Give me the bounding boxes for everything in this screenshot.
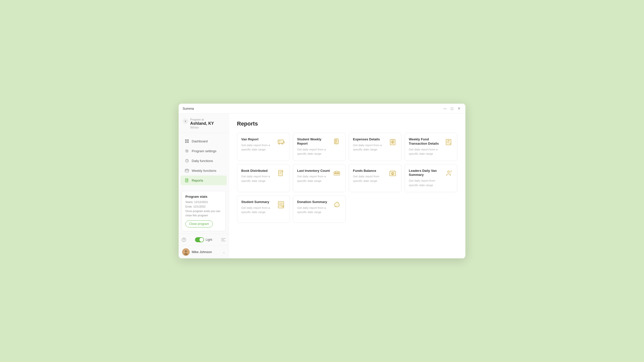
svg-point-16 [282, 143, 283, 144]
minimize-button[interactable]: — [443, 106, 447, 111]
report-card-funds-balance[interactable]: Funds Balance Get daily report from spec… [349, 164, 401, 192]
report-card-desc-weekly-fund-transaction: Get daily report from a specific date ra… [409, 147, 442, 156]
report-card-desc-student-weekly-report: Get daily report from a specific date ra… [297, 147, 330, 156]
main-content: Reports Van Report Get daily report from… [229, 113, 465, 258]
user-profile[interactable]: Mike Johnson ⌄ [179, 246, 229, 258]
stats-ends: Ends: 12/1/2022 [185, 205, 222, 209]
sidebar-item-dashboard[interactable]: Dashboard [181, 136, 227, 146]
toggle-knob [199, 238, 204, 242]
reports-grid: Van Report Get daily report from a speci… [237, 133, 457, 223]
sidebar-item-program-settings-label: Program settings [192, 149, 216, 153]
report-card-icon-student-summary [276, 200, 286, 209]
stats-starts: Starts: 12/12/2021 [185, 200, 222, 205]
report-card-text-student-weekly-report: Student Weekly Report Get daily report f… [297, 137, 330, 156]
svg-point-31 [451, 171, 452, 172]
svg-rect-32 [278, 202, 284, 208]
weekly-icon [185, 168, 189, 173]
report-card-last-inventory-count[interactable]: Last Inventory Count Get daily report fr… [293, 164, 346, 192]
svg-rect-2 [185, 141, 187, 143]
report-card-icon-leaders-daily-van [444, 169, 453, 178]
sidebar-header: Program at Ashland, KY Winter [179, 113, 229, 133]
report-card-text-funds-balance: Funds Balance Get daily report from spec… [353, 169, 386, 183]
close-button[interactable]: ✕ [457, 106, 461, 111]
close-program-button[interactable]: Close program [185, 220, 213, 227]
report-card-icon-weekly-fund-transaction [444, 137, 453, 146]
report-card-text-book-distributed: Book Distributed Get daily report from a… [241, 169, 274, 183]
svg-point-11 [185, 250, 187, 252]
report-card-desc-expenses-details: Get daily report from a specific date ra… [353, 143, 386, 152]
sidebar-item-program-settings[interactable]: Program settings [181, 146, 227, 156]
theme-toggle-wrap: Light [195, 237, 212, 242]
svg-rect-0 [185, 139, 187, 141]
report-card-leaders-daily-van[interactable]: Leaders Daily Van Summary Get daily repo… [405, 164, 457, 192]
report-card-icon-student-weekly-report [332, 137, 341, 146]
program-sub: Winter [190, 126, 214, 129]
report-card-student-weekly-report[interactable]: Student Weekly Report Get daily report f… [293, 133, 346, 161]
back-button[interactable] [183, 118, 188, 124]
report-card-expenses-details[interactable]: Expenses Details Get daily report from a… [349, 133, 401, 161]
sidebar-item-reports-label: Reports [192, 179, 203, 182]
page-title: Reports [237, 120, 457, 127]
report-card-desc-leaders-daily-van: Get daily report from specific date rang… [409, 179, 442, 187]
report-card-title-student-weekly-report: Student Weekly Report [297, 137, 330, 146]
report-card-text-van-report: Van Report Get daily report from a speci… [241, 137, 274, 152]
sidebar-item-dashboard-label: Dashboard [192, 139, 208, 143]
report-card-title-funds-balance: Funds Balance [353, 169, 386, 173]
report-card-van-report[interactable]: Van Report Get daily report from a speci… [237, 133, 290, 161]
sidebar-item-weekly-functions-label: Weekly functions [192, 169, 216, 173]
report-card-text-expenses-details: Expenses Details Get daily report from a… [353, 137, 386, 152]
sidebar-item-reports[interactable]: Reports [181, 176, 227, 185]
back-icon [184, 120, 187, 123]
report-card-title-book-distributed: Book Distributed [241, 169, 274, 173]
app-window: Summa — ◻ ✕ Program at Ashland, KY Winte… [179, 104, 465, 258]
report-card-icon-van-report [276, 137, 286, 146]
sidebar-nav: Dashboard Program settings [179, 133, 229, 188]
svg-point-26 [335, 171, 338, 173]
maximize-button[interactable]: ◻ [450, 106, 454, 111]
report-card-text-student-summary: Student Summary Get daily report from a … [241, 200, 274, 214]
svg-rect-29 [391, 170, 395, 172]
program-name: Ashland, KY [190, 121, 214, 126]
report-card-title-weekly-fund-transaction: Weekly Fund Transaction Details [409, 137, 442, 146]
user-avatar [182, 248, 190, 256]
report-card-title-donation-summary: Donation Summary [297, 200, 330, 204]
report-card-icon-book-distributed [276, 169, 286, 178]
svg-rect-27 [390, 171, 396, 176]
report-card-desc-book-distributed: Get daily report from a specific date ra… [241, 174, 274, 183]
sidebar-item-weekly-functions[interactable]: Weekly functions [181, 166, 227, 175]
reports-icon [185, 178, 189, 183]
report-card-desc-last-inventory-count: Get daily report from a specific date ra… [297, 174, 330, 183]
program-label: Program at [190, 118, 214, 121]
svg-rect-14 [278, 140, 280, 142]
sidebar: Program at Ashland, KY Winter [179, 113, 229, 258]
report-card-text-donation-summary: Donation Summary Get daily report from a… [297, 200, 330, 214]
report-card-book-distributed[interactable]: Book Distributed Get daily report from a… [237, 164, 290, 192]
report-card-desc-funds-balance: Get daily report from specific date rang… [353, 174, 386, 183]
window-controls: — ◻ ✕ [443, 106, 461, 111]
svg-point-30 [448, 171, 450, 173]
sidebar-program-info: Program at Ashland, KY Winter [190, 118, 214, 129]
svg-point-22 [448, 140, 449, 141]
svg-point-12 [184, 253, 188, 255]
theme-toggle[interactable] [195, 237, 204, 242]
report-card-desc-student-summary: Get daily report from a specific date ra… [241, 206, 274, 215]
sidebar-item-daily-functions[interactable]: Daily functions [181, 156, 227, 166]
svg-point-9 [184, 240, 184, 241]
stats-title: Program stats [185, 195, 222, 198]
app-body: Program at Ashland, KY Winter [179, 113, 465, 258]
report-card-desc-van-report: Get daily report from a specific date ra… [241, 143, 274, 152]
report-card-text-weekly-fund-transaction: Weekly Fund Transaction Details Get dail… [409, 137, 442, 156]
report-card-donation-summary[interactable]: Donation Summary Get daily report from a… [293, 195, 346, 223]
titlebar: Summa — ◻ ✕ [179, 104, 465, 113]
report-card-student-summary[interactable]: Student Summary Get daily report from a … [237, 195, 290, 223]
daily-icon [185, 158, 189, 163]
svg-rect-23 [278, 170, 283, 176]
help-icon[interactable] [181, 236, 187, 243]
report-card-icon-donation-summary [332, 200, 341, 209]
user-chevron-icon: ⌄ [223, 250, 225, 254]
sidebar-footer: Light [179, 234, 229, 246]
collapse-icon[interactable] [220, 236, 227, 243]
app-title: Summa [183, 107, 194, 110]
theme-label: Light [206, 238, 212, 242]
report-card-weekly-fund-transaction[interactable]: Weekly Fund Transaction Details Get dail… [405, 133, 457, 161]
